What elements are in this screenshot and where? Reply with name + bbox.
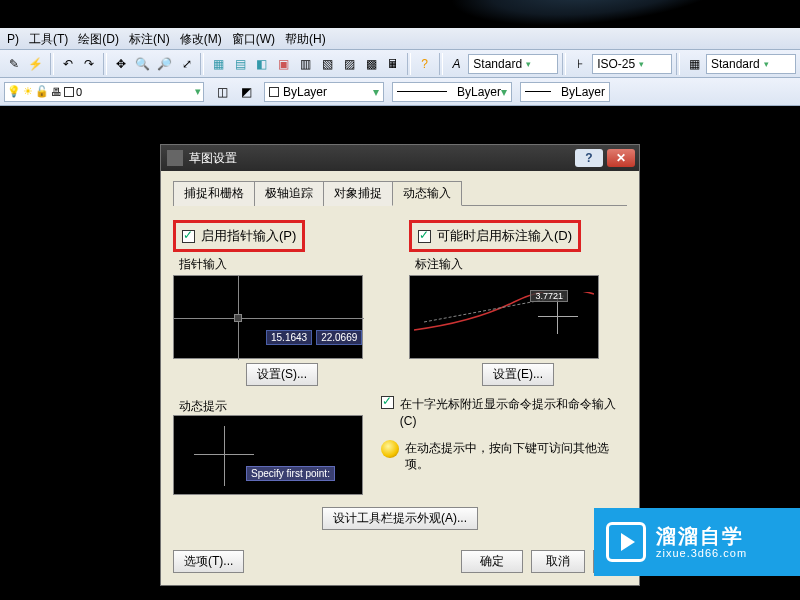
text-style-combo[interactable]: Standard ▾	[468, 54, 558, 74]
prompt-tooltip: Specify first point:	[246, 466, 335, 481]
dimension-input-preview: 3.7721	[409, 275, 599, 359]
color-swatch	[269, 87, 279, 97]
tab-snap-grid[interactable]: 捕捉和栅格	[173, 181, 255, 206]
pan-icon[interactable]: ✥	[111, 54, 131, 74]
watermark-domain: zixue.3d66.com	[656, 547, 747, 559]
pointer-input-group: 启用指针输入(P) 指针输入 15.1643 22.0669 设置(S)...	[173, 220, 391, 386]
menu-item[interactable]: 修改(M)	[175, 28, 227, 50]
table-style-value: Standard	[711, 57, 760, 71]
show-prompt-label: 在十字光标附近显示命令提示和命令输入(C)	[400, 396, 627, 430]
group-label: 指针输入	[173, 256, 391, 273]
highlight-box: 启用指针输入(P)	[173, 220, 305, 252]
calc-icon[interactable]: 🖩	[383, 54, 403, 74]
tablestyle-icon[interactable]: ▦	[684, 54, 704, 74]
chevron-down-icon: ▾	[526, 59, 536, 69]
dimension-input-settings-button[interactable]: 设置(E)...	[482, 363, 554, 386]
dialog-title: 草图设置	[189, 150, 571, 167]
enable-pointer-input-checkbox[interactable]	[182, 230, 195, 243]
tool-icon[interactable]: ◧	[252, 54, 272, 74]
lightning-icon[interactable]: ⚡	[26, 54, 46, 74]
color-value: ByLayer	[283, 85, 327, 99]
dim-readout: 3.7721	[530, 290, 568, 302]
zoom-extents-icon[interactable]: ⤢	[177, 54, 197, 74]
watermark-brand: 溜溜自学	[656, 525, 747, 547]
undo-icon[interactable]: ↶	[58, 54, 78, 74]
tool-icon[interactable]: ▨	[339, 54, 359, 74]
dialog-icon	[167, 150, 183, 166]
group-label: 标注输入	[409, 256, 627, 273]
chevron-down-icon: ▾	[764, 59, 774, 69]
dimension-input-group: 可能时启用标注输入(D) 标注输入 3.7721 设置(E)...	[409, 220, 627, 386]
menu-item[interactable]: 绘图(D)	[73, 28, 124, 50]
dynamic-prompt-group: 动态提示 Specify first point:	[173, 394, 363, 495]
layer-combo[interactable]: 💡 ☀ 🔓 🖶 0 ▾	[4, 82, 204, 102]
close-button[interactable]: ✕	[607, 149, 635, 167]
text-style-value: Standard	[473, 57, 522, 71]
pointer-input-settings-button[interactable]: 设置(S)...	[246, 363, 318, 386]
dimstyle-icon[interactable]: ⊦	[570, 54, 590, 74]
hint-text: 在动态提示中，按向下键可访问其他选项。	[405, 440, 627, 474]
watermark-logo: 溜溜自学 zixue.3d66.com	[594, 508, 800, 576]
title-bar[interactable]: 草图设置 ? ✕	[161, 145, 639, 171]
layer-name: 0	[76, 86, 82, 98]
chevron-down-icon: ▾	[195, 85, 201, 98]
coord-x-readout: 15.1643	[266, 330, 312, 345]
toolbar-layers: 💡 ☀ 🔓 🖶 0 ▾ ◫ ◩ ByLayer ▾ ByLayer ▾ ByLa…	[0, 78, 800, 106]
tool-icon[interactable]: ▩	[361, 54, 381, 74]
bulb-icon	[381, 440, 399, 458]
bulb-icon: 💡	[7, 85, 21, 98]
table-style-combo[interactable]: Standard ▾	[706, 54, 796, 74]
help-icon[interactable]: ?	[415, 54, 435, 74]
menu-item[interactable]: 帮助(H)	[280, 28, 331, 50]
zoom-in-icon[interactable]: 🔍	[133, 54, 153, 74]
linetype-value: ByLayer	[457, 85, 501, 99]
layer-tool-icon[interactable]: ◫	[212, 82, 232, 102]
tab-strip: 捕捉和栅格 极轴追踪 对象捕捉 动态输入	[173, 181, 627, 206]
play-icon	[606, 522, 646, 562]
tool-icon[interactable]: ▦	[208, 54, 228, 74]
tooltip-appearance-button[interactable]: 设计工具栏提示外观(A)...	[322, 507, 478, 530]
color-swatch	[64, 87, 74, 97]
tab-dynamic-input[interactable]: 动态输入	[392, 181, 462, 206]
textstyle-icon[interactable]: A	[447, 54, 467, 74]
tab-polar[interactable]: 极轴追踪	[254, 181, 324, 206]
show-prompt-checkbox[interactable]	[381, 396, 394, 409]
lineweight-value: ByLayer	[561, 85, 605, 99]
dynamic-prompt-preview: Specify first point:	[173, 415, 363, 495]
linetype-combo[interactable]: ByLayer ▾	[392, 82, 512, 102]
enable-dimension-input-label: 可能时启用标注输入(D)	[437, 227, 572, 245]
pointer-input-preview: 15.1643 22.0669	[173, 275, 363, 359]
zoom-out-icon[interactable]: 🔎	[155, 54, 175, 74]
tool-icon[interactable]: ▤	[230, 54, 250, 74]
chevron-down-icon: ▾	[639, 59, 649, 69]
cancel-button[interactable]: 取消	[531, 550, 585, 573]
enable-pointer-input-label: 启用指针输入(P)	[201, 227, 296, 245]
enable-dimension-input-checkbox[interactable]	[418, 230, 431, 243]
menu-bar: P) 工具(T) 绘图(D) 标注(N) 修改(M) 窗口(W) 帮助(H)	[0, 28, 800, 50]
tool-icon[interactable]: ▥	[296, 54, 316, 74]
menu-item[interactable]: 工具(T)	[24, 28, 73, 50]
menu-item[interactable]: P)	[2, 28, 24, 50]
tab-osnap[interactable]: 对象捕捉	[323, 181, 393, 206]
drafting-settings-dialog: 草图设置 ? ✕ 捕捉和栅格 极轴追踪 对象捕捉 动态输入 启用指针输入(P) …	[160, 144, 640, 586]
tool-icon[interactable]: ▧	[318, 54, 338, 74]
sun-icon: ☀	[23, 85, 33, 98]
wand-icon[interactable]: ✎	[4, 54, 24, 74]
color-combo[interactable]: ByLayer ▾	[264, 82, 384, 102]
group-label: 动态提示	[173, 398, 363, 415]
lineweight-combo[interactable]: ByLayer	[520, 82, 610, 102]
redo-icon[interactable]: ↷	[79, 54, 99, 74]
dim-style-combo[interactable]: ISO-25 ▾	[592, 54, 672, 74]
chevron-down-icon: ▾	[501, 85, 507, 99]
menu-item[interactable]: 标注(N)	[124, 28, 175, 50]
layer-tool-icon[interactable]: ◩	[236, 82, 256, 102]
chevron-down-icon: ▾	[373, 85, 379, 99]
help-button[interactable]: ?	[575, 149, 603, 167]
ok-button[interactable]: 确定	[461, 550, 523, 573]
dim-style-value: ISO-25	[597, 57, 635, 71]
options-button[interactable]: 选项(T)...	[173, 550, 244, 573]
tool-icon[interactable]: ▣	[274, 54, 294, 74]
menu-item[interactable]: 窗口(W)	[227, 28, 280, 50]
toolbar-main: ✎ ⚡ ↶ ↷ ✥ 🔍 🔎 ⤢ ▦ ▤ ◧ ▣ ▥ ▧ ▨ ▩ 🖩 ? A St…	[0, 50, 800, 78]
lock-icon: 🔓	[35, 85, 49, 98]
